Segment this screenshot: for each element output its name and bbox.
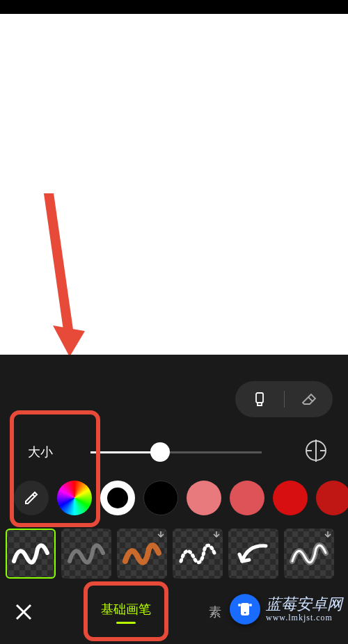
- brush-size-control: 大小: [0, 431, 348, 473]
- watermark-logo-icon: [230, 594, 260, 625]
- watermark: 蓝莓安卓网 www.lmkjst.com: [230, 594, 342, 625]
- brush-option-4[interactable]: [173, 529, 223, 579]
- brush-thumbnails: [0, 529, 348, 579]
- symmetry-icon[interactable]: [303, 438, 329, 463]
- color-swatch-red-4[interactable]: [316, 481, 348, 515]
- svg-marker-1: [53, 325, 85, 355]
- brush-option-2[interactable]: [61, 529, 111, 579]
- size-label: 大小: [28, 444, 53, 460]
- color-swatch-red-3[interactable]: [273, 481, 308, 515]
- tab-material[interactable]: 素: [209, 604, 221, 620]
- toggle-divider: [284, 391, 285, 408]
- color-swatch-white[interactable]: [100, 481, 135, 515]
- color-swatch-red-2[interactable]: [230, 481, 264, 515]
- color-picker-button[interactable]: [57, 481, 92, 515]
- size-slider-thumb[interactable]: [150, 442, 170, 462]
- color-swatch-black[interactable]: [143, 481, 178, 515]
- draw-erase-toggle[interactable]: [235, 381, 333, 417]
- svg-point-12: [249, 604, 252, 606]
- eyedropper-button[interactable]: [14, 481, 49, 515]
- erase-mode-icon[interactable]: [300, 391, 317, 408]
- svg-line-0: [49, 193, 70, 339]
- svg-point-11: [238, 604, 241, 606]
- status-bar: [0, 0, 348, 14]
- size-slider-fill: [90, 451, 160, 453]
- annotation-arrow: [42, 193, 97, 355]
- tab-basic-brush[interactable]: 基础画笔: [101, 601, 151, 624]
- drawing-canvas[interactable]: [0, 14, 348, 355]
- brush-option-6[interactable]: [284, 529, 334, 579]
- brush-option-3[interactable]: [117, 529, 167, 579]
- color-palette: [0, 480, 348, 516]
- svg-point-10: [244, 612, 246, 614]
- brush-option-5[interactable]: [228, 529, 278, 579]
- watermark-brand: 蓝莓安卓网: [266, 596, 342, 613]
- close-button[interactable]: [11, 599, 36, 625]
- svg-rect-2: [256, 393, 263, 403]
- color-swatch-red-1[interactable]: [187, 481, 221, 515]
- watermark-url: www.lmkjst.com: [266, 613, 342, 622]
- brush-option-1[interactable]: [6, 529, 56, 579]
- brush-tools-panel: 大小: [0, 355, 348, 644]
- draw-mode-icon[interactable]: [251, 391, 268, 408]
